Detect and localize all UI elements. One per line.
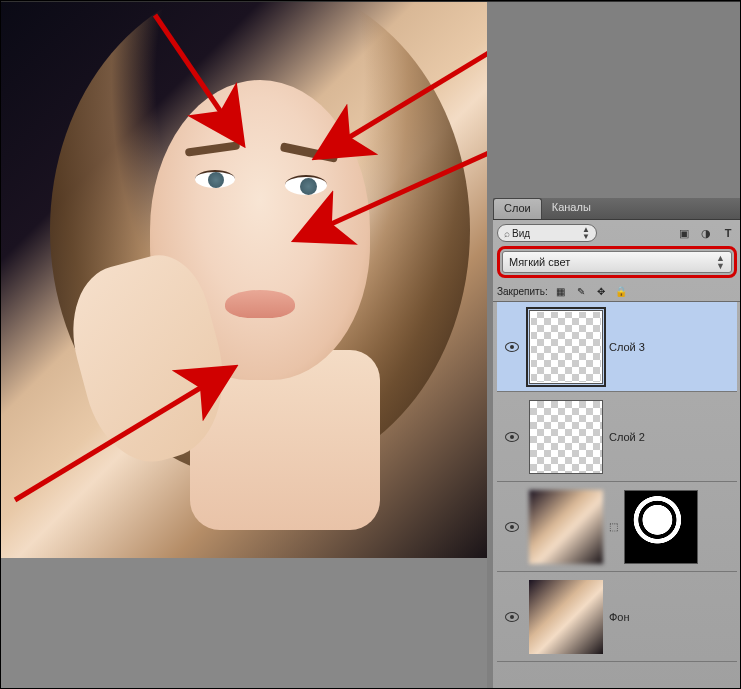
blend-mode-select[interactable]: Мягкий свет ▲▼ bbox=[502, 251, 732, 273]
layer-thumbnail[interactable] bbox=[529, 580, 603, 654]
layer-name-label[interactable]: Слой 2 bbox=[609, 431, 733, 443]
lock-brush-icon[interactable]: ✎ bbox=[574, 286, 588, 297]
blend-mode-value: Мягкий свет bbox=[509, 256, 570, 268]
layer-row[interactable]: Фон bbox=[497, 572, 737, 662]
stepper-icon: ▲▼ bbox=[582, 226, 590, 240]
canvas-area[interactable] bbox=[0, 0, 487, 689]
layer-row[interactable]: ⬚ bbox=[497, 482, 737, 572]
lock-row: Закрепить: ▦ ✎ ✥ 🔒 bbox=[497, 284, 737, 301]
layer-thumbnail[interactable] bbox=[529, 400, 603, 474]
filter-label: Вид bbox=[512, 228, 530, 239]
visibility-eye-icon[interactable] bbox=[505, 432, 519, 442]
tab-channels[interactable]: Каналы bbox=[542, 198, 601, 219]
lock-position-icon[interactable]: ✥ bbox=[594, 286, 608, 297]
visibility-eye-icon[interactable] bbox=[505, 522, 519, 532]
link-icon[interactable]: ⬚ bbox=[609, 521, 618, 532]
filter-text-icon[interactable]: T bbox=[719, 225, 737, 241]
blend-mode-highlight: Мягкий свет ▲▼ Непр bbox=[497, 246, 737, 278]
layer-thumbnail[interactable] bbox=[529, 490, 603, 564]
visibility-eye-icon[interactable] bbox=[505, 342, 519, 352]
lock-all-icon[interactable]: 🔒 bbox=[614, 286, 628, 297]
tab-layers[interactable]: Слои bbox=[493, 198, 542, 219]
layer-filter-select[interactable]: ⌕ Вид ▲▼ bbox=[497, 224, 597, 242]
visibility-eye-icon[interactable] bbox=[505, 612, 519, 622]
layer-name-label[interactable]: Фон bbox=[609, 611, 733, 623]
layer-thumbnail[interactable] bbox=[529, 310, 603, 384]
document-image[interactable] bbox=[0, 0, 487, 558]
lock-label: Закрепить: bbox=[497, 286, 548, 297]
layer-mask-thumbnail[interactable] bbox=[624, 490, 698, 564]
layer-row[interactable]: Слой 2 bbox=[497, 392, 737, 482]
layers-panel: Слои Каналы ⌕ Вид ▲▼ ▣ ◑ T Мягкий свет ▲… bbox=[493, 198, 741, 689]
search-icon: ⌕ bbox=[504, 228, 510, 239]
panel-tabs: Слои Каналы bbox=[493, 198, 741, 220]
filter-pixel-icon[interactable]: ▣ bbox=[675, 225, 693, 241]
layer-row[interactable]: Слой 3 bbox=[497, 302, 737, 392]
layer-name-label[interactable]: Слой 3 bbox=[609, 341, 733, 353]
filter-mask-icon[interactable]: ◑ bbox=[697, 225, 715, 241]
layer-list: Слой 3 Слой 2 ⬚ Фон bbox=[497, 302, 737, 662]
chevron-updown-icon: ▲▼ bbox=[716, 254, 725, 270]
lock-pixels-icon[interactable]: ▦ bbox=[554, 286, 568, 297]
